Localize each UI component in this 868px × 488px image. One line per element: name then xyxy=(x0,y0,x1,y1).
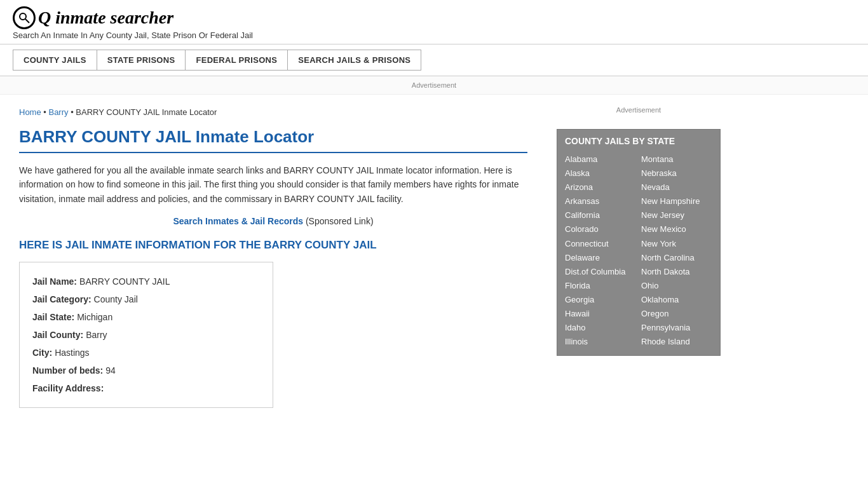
sidebar-ad: Advertisement xyxy=(557,101,721,119)
state-link[interactable]: Dist.of Columbia xyxy=(565,265,636,279)
main-layout: Home • Barry • BARRY COUNTY JAIL Inmate … xyxy=(0,95,868,421)
ad-bar: Advertisement xyxy=(0,76,868,95)
nav-state-prisons[interactable]: STATE PRISONS xyxy=(97,50,186,71)
svg-point-0 xyxy=(20,13,26,20)
state-link[interactable]: Hawaii xyxy=(565,307,636,321)
jail-state-value: Michigan xyxy=(77,308,112,326)
states-col2: MontanaNebraskaNevadaNew HampshireNew Je… xyxy=(641,152,712,349)
state-link[interactable]: Illinois xyxy=(565,335,636,349)
jail-address-label: Facility Address: xyxy=(32,379,104,397)
breadcrumb-current: BARRY COUNTY JAIL Inmate Locator xyxy=(76,107,217,117)
breadcrumb-barry[interactable]: Barry xyxy=(48,107,68,117)
state-link[interactable]: New Hampshire xyxy=(641,194,712,208)
state-link[interactable]: Connecticut xyxy=(565,237,636,251)
state-link[interactable]: Alabama xyxy=(565,152,636,166)
state-link[interactable]: Nebraska xyxy=(641,166,712,180)
state-link[interactable]: Oregon xyxy=(641,307,712,321)
sponsored-link-area: Search Inmates & Jail Records (Sponsored… xyxy=(19,216,527,226)
state-link[interactable]: Pennsylvania xyxy=(641,321,712,335)
state-link[interactable]: Arkansas xyxy=(565,194,636,208)
state-link[interactable]: Georgia xyxy=(565,293,636,307)
logo-text: Q inmate searcher xyxy=(38,8,173,28)
jail-name-value: BARRY COUNTY JAIL xyxy=(79,273,170,290)
state-link[interactable]: Colorado xyxy=(565,222,636,236)
state-link[interactable]: Arizona xyxy=(565,180,636,194)
breadcrumb: Home • Barry • BARRY COUNTY JAIL Inmate … xyxy=(19,107,527,117)
jail-name-field: Jail Name: BARRY COUNTY JAIL xyxy=(32,273,260,290)
jail-beds-label: Number of beds: xyxy=(32,362,103,379)
logo-icon xyxy=(13,6,36,29)
state-link[interactable]: Alaska xyxy=(565,166,636,180)
logo-title-text: inmate searcher xyxy=(55,8,173,27)
info-box: Jail Name: BARRY COUNTY JAIL Jail Catego… xyxy=(19,262,273,408)
header: Q inmate searcher Search An Inmate In An… xyxy=(0,0,868,44)
intro-text: We have gathered for you all the availab… xyxy=(19,163,527,206)
jail-category-label: Jail Category: xyxy=(32,290,92,308)
breadcrumb-home[interactable]: Home xyxy=(19,107,41,117)
nav-federal-prisons[interactable]: FEDERAL PRISONS xyxy=(185,50,287,71)
state-link[interactable]: Oklahoma xyxy=(641,293,712,307)
state-link[interactable]: Ohio xyxy=(641,279,712,293)
state-link[interactable]: Idaho xyxy=(565,321,636,335)
sponsored-label: (Sponsored Link) xyxy=(306,216,374,226)
state-link[interactable]: Rhode Island xyxy=(641,335,712,349)
jail-city-label: City: xyxy=(32,344,52,362)
jail-city-field: City: Hastings xyxy=(32,344,260,362)
jail-name-label: Jail Name: xyxy=(32,273,77,290)
state-link[interactable]: Florida xyxy=(565,279,636,293)
page-title: BARRY COUNTY JAIL Inmate Locator xyxy=(19,127,527,153)
county-jails-title: COUNTY JAILS BY STATE xyxy=(565,136,712,146)
jail-county-field: Jail County: Barry xyxy=(32,326,260,344)
state-link[interactable]: New York xyxy=(641,237,712,251)
jail-address-field: Facility Address: xyxy=(32,379,260,397)
state-link[interactable]: North Dakota xyxy=(641,265,712,279)
jail-state-field: Jail State: Michigan xyxy=(32,308,260,326)
jail-county-label: Jail County: xyxy=(32,326,83,344)
logo-area: Q inmate searcher xyxy=(13,6,855,29)
nav-county-jails[interactable]: COUNTY JAILS xyxy=(13,50,97,71)
state-link[interactable]: Delaware xyxy=(565,251,636,265)
jail-state-label: Jail State: xyxy=(32,308,74,326)
state-link[interactable]: Nevada xyxy=(641,180,712,194)
states-grid: AlabamaAlaskaArizonaArkansasCaliforniaCo… xyxy=(565,152,712,349)
ad-label: Advertisement xyxy=(412,81,456,89)
state-link[interactable]: North Carolina xyxy=(641,251,712,265)
sponsored-link[interactable]: Search Inmates & Jail Records xyxy=(173,216,303,226)
tagline: Search An Inmate In Any County Jail, Sta… xyxy=(13,30,855,40)
content-area: Home • Barry • BARRY COUNTY JAIL Inmate … xyxy=(0,95,546,421)
states-col1: AlabamaAlaskaArizonaArkansasCaliforniaCo… xyxy=(565,152,636,349)
jail-county-value: Barry xyxy=(86,326,107,344)
state-link[interactable]: New Jersey xyxy=(641,208,712,222)
section-header: HERE IS JAIL INMATE INFORMATION FOR THE … xyxy=(19,239,527,252)
nav-bar: COUNTY JAILS STATE PRISONS FEDERAL PRISO… xyxy=(0,44,868,76)
nav-search-jails[interactable]: SEARCH JAILS & PRISONS xyxy=(287,50,421,71)
sidebar: Advertisement COUNTY JAILS BY STATE Alab… xyxy=(546,95,731,421)
sidebar-ad-label: Advertisement xyxy=(616,106,661,114)
state-link[interactable]: Montana xyxy=(641,152,712,166)
state-link[interactable]: California xyxy=(565,208,636,222)
state-link[interactable]: New Mexico xyxy=(641,222,712,236)
jail-category-field: Jail Category: County Jail xyxy=(32,290,260,308)
jail-beds-field: Number of beds: 94 xyxy=(32,362,260,379)
svg-line-1 xyxy=(25,19,29,23)
county-jails-box: COUNTY JAILS BY STATE AlabamaAlaskaArizo… xyxy=(557,129,721,356)
jail-category-value: County Jail xyxy=(94,290,138,308)
jail-beds-value: 94 xyxy=(105,362,116,379)
jail-city-value: Hastings xyxy=(55,344,89,362)
